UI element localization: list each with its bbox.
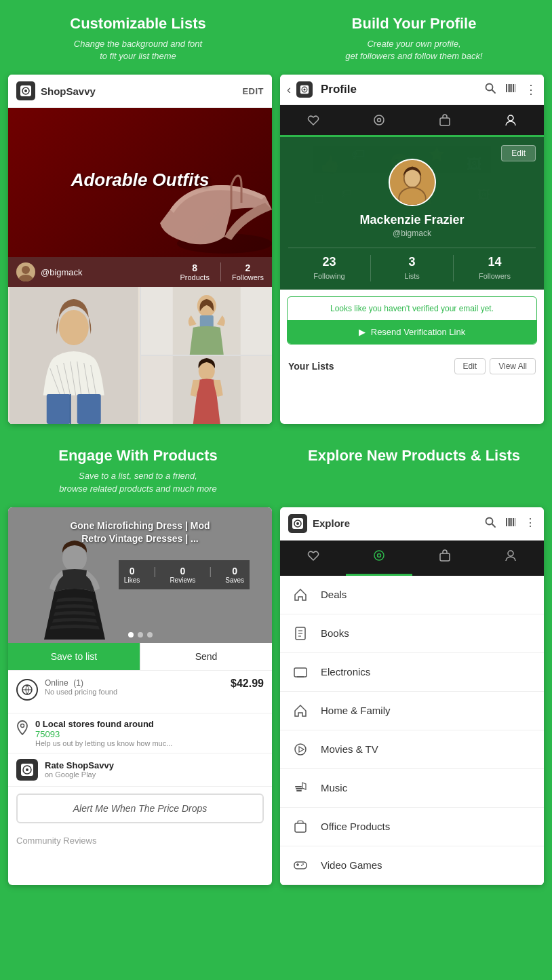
product-image-dots — [128, 632, 153, 638]
lists-count: 3 — [371, 255, 453, 269]
svg-point-73 — [508, 551, 513, 556]
product-stats-overlay: 0 Likes | 0 Reviews | 0 Saves — [119, 560, 250, 589]
profile-tab-person[interactable] — [478, 105, 544, 137]
list-edit-button[interactable]: EDIT — [242, 86, 264, 96]
following-label: Following — [313, 272, 344, 280]
svg-rect-32 — [513, 84, 514, 92]
search-icon[interactable] — [484, 82, 496, 98]
product-image-1 — [8, 287, 140, 424]
save-to-list-button[interactable]: Save to list — [8, 643, 140, 670]
products-label: Products — [180, 273, 210, 281]
action-buttons-row: Save to list Send — [8, 643, 272, 671]
resend-label: Resend Verification Link — [371, 327, 465, 337]
profile-phone-mockup: ‹ Profile ⋮ — [280, 75, 544, 424]
product-thumb-2[interactable] — [141, 287, 273, 355]
explore-tab-person[interactable] — [478, 541, 544, 576]
svg-point-71 — [377, 553, 380, 557]
rate-shopsavvy-row: Rate ShopSavvy on Google Play — [8, 753, 272, 787]
svg-rect-29 — [508, 84, 509, 92]
location-icon — [16, 720, 28, 739]
middle-promo-row: Engage With Products Save to a list, sen… — [0, 432, 552, 507]
likes-count: 0 — [124, 566, 140, 576]
dot-3[interactable] — [147, 632, 153, 638]
music-icon — [291, 779, 310, 798]
category-office[interactable]: Office Products — [280, 808, 544, 846]
category-books[interactable]: Books — [280, 614, 544, 653]
zip-code[interactable]: 75093 — [35, 729, 264, 739]
category-home-family[interactable]: Home & Family — [280, 692, 544, 730]
profile-edit-button[interactable]: Edit — [501, 145, 536, 161]
following-count: 23 — [288, 255, 370, 269]
svg-point-2 — [24, 90, 27, 92]
barcode-icon[interactable] — [505, 82, 517, 98]
svg-rect-36 — [440, 118, 450, 125]
explore-tab-bag[interactable] — [412, 541, 478, 576]
movies-label: Movies & TV — [321, 743, 378, 755]
explore-tab-browse[interactable] — [346, 541, 412, 576]
profile-phone-header: ‹ Profile ⋮ — [280, 75, 544, 105]
user-avatar — [16, 262, 35, 281]
deals-label: Deals — [321, 589, 347, 600]
svg-text:◻: ◻ — [314, 192, 324, 205]
explore-tab-favorites[interactable] — [280, 541, 346, 576]
product-thumb-1[interactable] — [8, 287, 140, 424]
dot-1[interactable] — [128, 632, 134, 638]
explore-barcode-icon[interactable] — [505, 516, 517, 531]
svg-text:🖼: 🖼 — [477, 189, 490, 203]
online-icon — [16, 679, 38, 701]
profile-tab-bag[interactable] — [412, 105, 478, 135]
explore-promo-title: Explore New Products & Lists — [290, 447, 538, 465]
dot-2[interactable] — [138, 632, 143, 638]
profile-tab-favorites[interactable] — [280, 105, 346, 135]
likes-label: Likes — [124, 576, 140, 584]
products-stat: 8 Products — [180, 262, 210, 281]
category-deals[interactable]: Deals — [280, 576, 544, 614]
category-video-games[interactable]: Video Games — [280, 846, 544, 885]
alert-price-button[interactable]: Alert Me When The Price Drops — [16, 793, 264, 823]
back-button[interactable]: ‹ — [287, 83, 291, 97]
rate-title: Rate ShopSavvy — [45, 760, 264, 770]
explore-header-icons: ⋮ — [484, 516, 536, 531]
online-pricing-info: Online (1) No used pricing found — [45, 678, 224, 696]
promo-title-right: Build Your Profile — [290, 15, 538, 33]
explore-search-icon[interactable] — [484, 516, 496, 531]
svg-point-70 — [374, 551, 384, 560]
svg-rect-64 — [506, 518, 507, 526]
more-icon[interactable]: ⋮ — [525, 82, 537, 98]
product-thumb-3[interactable] — [141, 356, 273, 424]
edit-lists-button[interactable]: Edit — [454, 358, 486, 374]
category-music[interactable]: Music — [280, 769, 544, 808]
deals-icon — [291, 585, 310, 604]
send-button[interactable]: Send — [140, 643, 272, 670]
svg-text:🏷: 🏷 — [341, 187, 352, 199]
video-games-icon — [291, 856, 310, 875]
profile-background: 👍 🏷 😊 ⭐ 🖼 ◻ 🏷 ⭐ 🖼 Edit Mackenzie Frazier… — [280, 137, 544, 290]
resend-verification-button[interactable]: ▶ Resend Verification Link — [288, 320, 536, 344]
explore-more-icon[interactable]: ⋮ — [525, 516, 536, 531]
svg-point-61 — [296, 522, 299, 525]
svg-point-34 — [374, 115, 384, 125]
profile-stats-row: 23 Following 3 Lists 14 Followers — [288, 248, 536, 281]
category-movies-tv[interactable]: Movies & TV — [280, 730, 544, 769]
top-phones-row: ShopSavvy EDIT Adorable Outfits — [0, 75, 552, 432]
local-stores-row: 0 Local stores found around 75093 Help u… — [8, 713, 272, 753]
your-lists-title: Your Lists — [288, 361, 334, 372]
svg-line-27 — [492, 90, 496, 93]
movies-icon — [291, 740, 310, 759]
app-logo-area: ShopSavvy — [16, 81, 96, 100]
verify-email-box: Looks like you haven't verified your ema… — [287, 296, 537, 345]
local-stores-info: 0 Local stores found around 75093 Help u… — [35, 719, 264, 747]
svg-line-63 — [492, 524, 496, 527]
profile-tab-watch[interactable] — [346, 105, 412, 135]
category-electronics[interactable]: Electronics — [280, 653, 544, 692]
books-icon — [291, 624, 310, 643]
view-all-lists-button[interactable]: View All — [490, 358, 536, 374]
rate-icon — [16, 759, 38, 781]
svg-rect-72 — [440, 553, 450, 561]
profile-followers-stat: 14 Followers — [454, 255, 536, 281]
product-image-3 — [141, 356, 273, 424]
reviews-count: 0 — [170, 566, 195, 576]
profile-name: Mackenzie Frazier — [288, 213, 536, 227]
username-label: @bigmack — [41, 267, 83, 277]
followers-label: Followers — [232, 273, 264, 281]
